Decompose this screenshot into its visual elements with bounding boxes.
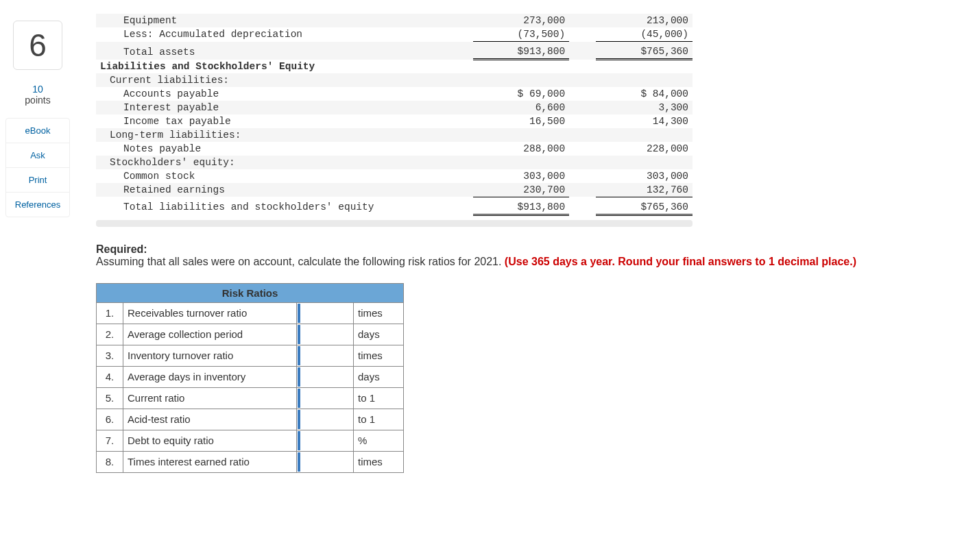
row-col2: 303,000 [596, 169, 693, 183]
table-row: Common stock303,000303,000 [96, 169, 693, 183]
ratio-row: 1.Receivables turnover ratiotimes [97, 302, 404, 324]
table-row: Long-term liabilities: [96, 128, 693, 142]
row-description: Total assets [96, 42, 454, 60]
row-col1 [473, 73, 570, 87]
row-col2 [596, 73, 693, 87]
ratio-input-cell [297, 409, 354, 430]
row-col2: $ 84,000 [596, 87, 693, 101]
points-label: points [0, 95, 75, 106]
ratio-number: 2. [97, 324, 123, 345]
required-block: Required: Assuming that all sales were o… [96, 243, 919, 268]
ratio-input[interactable] [298, 410, 352, 429]
ratio-number: 7. [97, 430, 123, 451]
row-col2: (45,000) [596, 27, 693, 42]
table-row: Less: Accumulated depreciation(73,500)(4… [96, 27, 693, 42]
table-row: Stockholders' equity: [96, 156, 693, 169]
table-row: Interest payable6,6003,300 [96, 101, 693, 114]
row-col1: 273,000 [473, 14, 570, 27]
table-row: Current liabilities: [96, 73, 693, 87]
ratio-row: 3.Inventory turnover ratiotimes [97, 345, 404, 366]
ratios-header: Risk Ratios [97, 283, 404, 302]
table-row: Liabilities and Stockholders' Equity [96, 60, 693, 73]
ratio-unit: times [354, 345, 404, 366]
required-text-red: (Use 365 days a year. Round your final a… [505, 256, 856, 267]
row-col2: $765,360 [596, 42, 693, 60]
ratio-number: 3. [97, 345, 123, 366]
ratio-input[interactable] [298, 367, 352, 387]
ratio-number: 8. [97, 451, 123, 472]
row-description: Retained earnings [96, 183, 454, 197]
row-description: Long-term liabilities: [96, 128, 454, 142]
ratio-label: Current ratio [123, 387, 297, 409]
ratio-input[interactable] [298, 304, 352, 323]
question-number-box: 6 [13, 21, 62, 70]
row-col1: 288,000 [473, 142, 570, 156]
ratio-row: 7.Debt to equity ratio% [97, 430, 404, 451]
ratio-row: 5.Current ratioto 1 [97, 387, 404, 409]
required-text-plain: Assuming that all sales were on account,… [96, 256, 505, 267]
table-row: Income tax payable16,50014,300 [96, 114, 693, 128]
ratio-input-cell [297, 430, 354, 451]
ratio-label: Inventory turnover ratio [123, 345, 297, 366]
row-description: Current liabilities: [96, 73, 454, 87]
ratio-input[interactable] [298, 325, 352, 344]
risk-ratios-table: Risk Ratios 1.Receivables turnover ratio… [96, 283, 404, 473]
row-col1: $ 69,000 [473, 87, 570, 101]
ratio-number: 5. [97, 387, 123, 409]
ratio-label: Times interest earned ratio [123, 451, 297, 472]
table-scrollbar[interactable] [96, 220, 693, 227]
ratio-label: Receivables turnover ratio [123, 302, 297, 324]
ratio-unit: to 1 [354, 409, 404, 430]
ratio-input[interactable] [298, 431, 352, 450]
sidebar-link-ebook[interactable]: eBook [6, 119, 69, 143]
row-description: Equipment [96, 14, 454, 27]
row-col2: 14,300 [596, 114, 693, 128]
sidebar-links: eBook Ask Print References [5, 118, 70, 217]
row-col1: 303,000 [473, 169, 570, 183]
row-col2 [596, 60, 693, 73]
row-description: Stockholders' equity: [96, 156, 454, 169]
sidebar: 6 10 points eBook Ask Print References [0, 0, 75, 500]
sidebar-link-ask[interactable]: Ask [6, 143, 69, 168]
points-block: 10 points [0, 84, 75, 106]
ratio-unit: days [354, 324, 404, 345]
ratio-row: 6.Acid-test ratioto 1 [97, 409, 404, 430]
ratio-label: Average days in inventory [123, 366, 297, 387]
row-col1: 16,500 [473, 114, 570, 128]
ratio-number: 6. [97, 409, 123, 430]
row-col1: 230,700 [473, 183, 570, 197]
ratio-input-cell [297, 324, 354, 345]
main-content: Equipment273,000213,000Less: Accumulated… [75, 0, 975, 500]
ratio-label: Acid-test ratio [123, 409, 297, 430]
row-col1: 6,600 [473, 101, 570, 114]
sidebar-link-references[interactable]: References [6, 193, 69, 217]
row-col2 [596, 156, 693, 169]
ratio-label: Average collection period [123, 324, 297, 345]
ratio-input[interactable] [298, 346, 352, 365]
sidebar-link-print[interactable]: Print [6, 168, 69, 193]
ratio-input-cell [297, 366, 354, 387]
ratio-number: 1. [97, 302, 123, 324]
ratio-input[interactable] [298, 452, 352, 472]
row-col2 [596, 128, 693, 142]
ratio-input-cell [297, 302, 354, 324]
ratio-unit: % [354, 430, 404, 451]
ratio-row: 4.Average days in inventorydays [97, 366, 404, 387]
row-description: Accounts payable [96, 87, 454, 101]
table-row: Accounts payable$ 69,000$ 84,000 [96, 87, 693, 101]
row-description: Income tax payable [96, 114, 454, 128]
row-col1: (73,500) [473, 27, 570, 42]
ratio-unit: to 1 [354, 387, 404, 409]
table-row: Retained earnings230,700132,760 [96, 183, 693, 197]
row-description: Liabilities and Stockholders' Equity [96, 60, 454, 73]
row-col2: 3,300 [596, 101, 693, 114]
row-description: Less: Accumulated depreciation [96, 27, 454, 42]
table-row: Total liabilities and stockholders' equi… [96, 197, 693, 215]
ratio-label: Debt to equity ratio [123, 430, 297, 451]
row-col1: $913,800 [473, 42, 570, 60]
ratio-number: 4. [97, 366, 123, 387]
ratio-input[interactable] [298, 389, 352, 408]
row-col2: 132,760 [596, 183, 693, 197]
ratio-row: 2.Average collection perioddays [97, 324, 404, 345]
row-col1: $913,800 [473, 197, 570, 215]
